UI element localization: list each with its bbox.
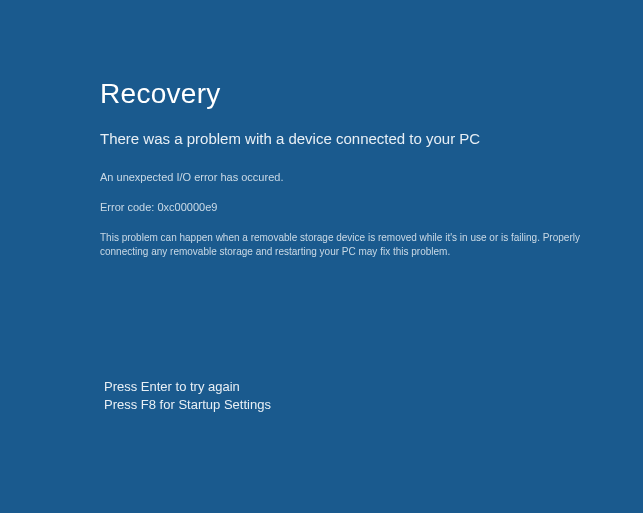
error-message: An unexpected I/O error has occured. xyxy=(100,171,593,183)
retry-instruction: Press Enter to try again xyxy=(104,378,271,396)
error-description: This problem can happen when a removable… xyxy=(100,231,580,259)
startup-settings-instruction: Press F8 for Startup Settings xyxy=(104,396,271,414)
action-instructions: Press Enter to try again Press F8 for St… xyxy=(104,378,271,414)
error-code-value: 0xc00000e9 xyxy=(157,201,217,213)
error-code-line: Error code: 0xc00000e9 xyxy=(100,201,593,213)
recovery-screen: Recovery There was a problem with a devi… xyxy=(0,0,643,259)
problem-subtitle: There was a problem with a device connec… xyxy=(100,130,593,147)
error-code-label: Error code: xyxy=(100,201,154,213)
page-title: Recovery xyxy=(100,78,593,110)
